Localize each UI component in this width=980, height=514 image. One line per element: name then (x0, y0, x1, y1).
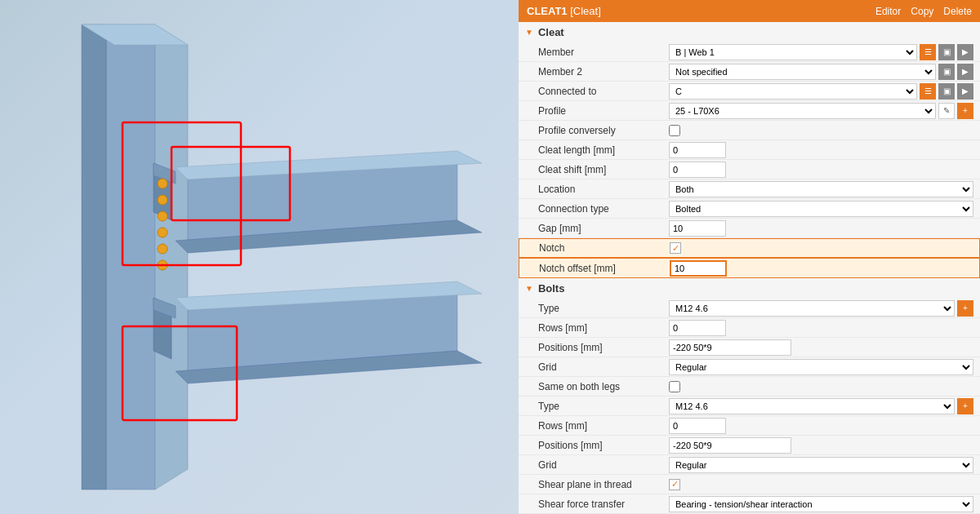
member-icon-btn1[interactable]: ☰ (920, 44, 936, 60)
title-type: [Cleat] (570, 5, 601, 17)
delete-action[interactable]: Delete (943, 6, 972, 17)
bolt-rows2-input[interactable] (669, 418, 726, 434)
profile-add-icon[interactable]: + (957, 103, 973, 119)
bolt-type2-row: Type M12 4.6 + (519, 397, 980, 416)
bolt-positions2-input[interactable] (669, 437, 791, 454)
editor-action[interactable]: Editor (875, 6, 901, 17)
bolts-section-header[interactable]: ▼ Bolts (519, 278, 980, 299)
location-select[interactable]: Both (669, 181, 973, 197)
bolt-type1-add-btn[interactable]: + (957, 300, 973, 317)
notch-offset-input[interactable] (670, 260, 727, 277)
bolt-type2-value: M12 4.6 + (669, 398, 973, 414)
profile-value: 25 - L70X6 ✎ + (669, 103, 973, 119)
connected-to-icon-btn3[interactable]: ▶ (957, 83, 973, 100)
bolts-section-label: Bolts (538, 282, 565, 295)
bolt-positions1-label: Positions [mm] (538, 342, 669, 353)
same-both-legs-row: Same on both legs (519, 377, 980, 397)
bolt-rows2-row: Rows [mm] (519, 416, 980, 436)
location-row: Location Both (519, 179, 980, 199)
same-both-legs-value (669, 381, 973, 392)
connected-to-select[interactable]: C (669, 83, 917, 100)
title-bar-title: CLEAT1 [Cleat] (527, 5, 601, 17)
cleat-shift-row: Cleat shift [mm] (519, 160, 980, 179)
bolt-grid1-row: Grid Regular (519, 357, 980, 377)
cleat-shift-value (669, 162, 973, 178)
connected-to-row: Connected to C ☰ ▣ ▶ (519, 82, 980, 101)
title-id: CLEAT1 (527, 5, 568, 17)
member2-select[interactable]: Not specified (669, 64, 936, 80)
connected-to-icon-btn1[interactable]: ☰ (920, 83, 936, 100)
location-label: Location (538, 184, 669, 195)
properties-panel: CLEAT1 [Cleat] Editor Copy Delete ▼ Clea… (519, 0, 980, 514)
gap-input[interactable] (669, 220, 726, 237)
member-icon-btn3[interactable]: ▶ (957, 44, 973, 60)
cleat-length-label: Cleat length [mm] (538, 144, 669, 156)
bolt-type2-select[interactable]: M12 4.6 (669, 398, 955, 414)
connected-to-value: C ☰ ▣ ▶ (669, 83, 973, 100)
same-both-legs-label: Same on both legs (538, 381, 669, 392)
profile-edit-icon[interactable]: ✎ (938, 103, 955, 119)
bolt-grid1-value: Regular (669, 359, 973, 375)
connected-to-icon-btn2[interactable]: ▣ (938, 83, 955, 100)
cleat-arrow-icon: ▼ (525, 28, 533, 37)
gap-value (669, 220, 973, 237)
member-select[interactable]: B | Web 1 (669, 44, 917, 60)
notch-offset-value (670, 260, 973, 277)
bolt-grid2-select[interactable]: Regular (669, 457, 973, 473)
bolt-type1-row: Type M12 4.6 + (519, 299, 980, 318)
profile-label: Profile (538, 105, 669, 117)
copy-action[interactable]: Copy (911, 6, 933, 17)
profile-select[interactable]: 25 - L70X6 (669, 103, 936, 119)
member2-label: Member 2 (538, 66, 669, 78)
location-value: Both (669, 181, 973, 197)
bolt-positions1-row: Positions [mm] (519, 338, 980, 357)
svg-point-11 (158, 211, 167, 221)
shear-force-label: Shear force transfer (538, 498, 669, 510)
same-both-legs-checkbox[interactable] (669, 381, 680, 392)
shear-plane-label: Shear plane in thread (538, 479, 669, 490)
gap-row: Gap [mm] (519, 219, 980, 238)
bolt-type2-add-btn[interactable]: + (957, 398, 973, 414)
notch-checkbox[interactable]: ✓ (670, 242, 681, 254)
shear-force-select[interactable]: Bearing - tension/shear interaction (669, 496, 973, 512)
cleat-section-header[interactable]: ▼ Cleat (519, 22, 980, 42)
bolt-rows1-label: Rows [mm] (538, 322, 669, 334)
svg-point-12 (158, 228, 167, 237)
bolt-type1-select[interactable]: M12 4.6 (669, 300, 955, 317)
shear-force-row: Shear force transfer Bearing - tension/s… (519, 494, 980, 514)
bolt-grid2-value: Regular (669, 457, 973, 473)
bolt-positions2-value (669, 437, 973, 454)
cleat-length-input[interactable] (669, 142, 726, 158)
connection-type-value: Bolted (669, 201, 973, 217)
notch-value: ✓ (670, 242, 973, 254)
shear-plane-checkbox[interactable]: ✓ (669, 479, 680, 490)
member-icon-btn2[interactable]: ▣ (938, 44, 955, 60)
bolt-positions2-row: Positions [mm] (519, 436, 980, 455)
bolt-rows1-input[interactable] (669, 320, 726, 336)
connection-type-select[interactable]: Bolted (669, 201, 973, 217)
bolt-type2-label: Type (538, 401, 669, 412)
connection-type-row: Connection type Bolted (519, 199, 980, 219)
bolt-positions1-value (669, 339, 973, 356)
member2-icon-btn2[interactable]: ▶ (957, 64, 973, 80)
cleat-section-label: Cleat (538, 26, 564, 38)
profile-conversely-label: Profile conversely (538, 125, 669, 136)
svg-point-13 (158, 244, 167, 254)
svg-marker-1 (82, 24, 106, 490)
member-value: B | Web 1 ☰ ▣ ▶ (669, 44, 973, 60)
notch-offset-label: Notch offset [mm] (539, 263, 670, 274)
bolt-positions1-input[interactable] (669, 339, 791, 356)
viewport (0, 0, 519, 514)
profile-conversely-checkbox[interactable] (669, 125, 680, 136)
connected-to-label: Connected to (538, 86, 669, 97)
bolts-arrow-icon: ▼ (525, 284, 533, 293)
member2-value: Not specified ▣ ▶ (669, 64, 973, 80)
cleat-shift-input[interactable] (669, 162, 726, 178)
shear-plane-value: ✓ (669, 479, 973, 490)
shear-force-value: Bearing - tension/shear interaction (669, 496, 973, 512)
bolt-grid2-row: Grid Regular (519, 455, 980, 475)
member2-icon-btn1[interactable]: ▣ (938, 64, 955, 80)
member2-row: Member 2 Not specified ▣ ▶ (519, 62, 980, 82)
bolt-positions2-label: Positions [mm] (538, 440, 669, 451)
bolt-grid1-select[interactable]: Regular (669, 359, 973, 375)
